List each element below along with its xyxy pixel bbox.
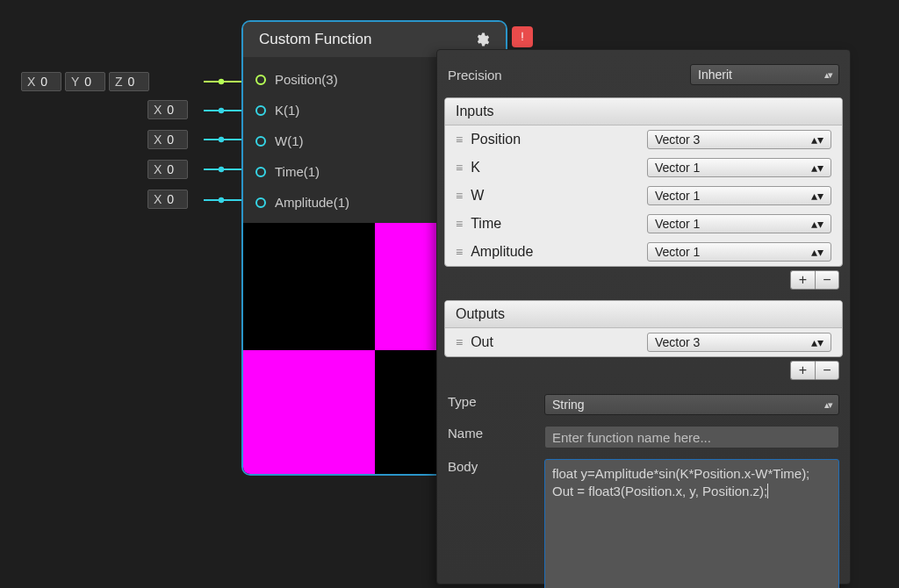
svg-point-4 [219,197,224,203]
inputs-section: Inputs ≡PositionVector 3▴▾ ≡KVector 1▴▾ … [444,97,843,267]
drag-handle-icon[interactable]: ≡ [456,335,462,349]
input-row[interactable]: ≡AmplitudeVector 1▴▾ [445,238,842,266]
svg-point-1 [219,108,224,113]
input-row-amplitude: X0 [147,190,188,209]
port-in-amplitude[interactable] [255,197,266,208]
port-label: Time(1) [275,164,320,179]
precision-label: Precision [448,68,532,82]
ext-z0[interactable]: Z0 [109,72,149,91]
type-dropdown[interactable]: Vector 1▴▾ [647,158,831,177]
add-output-button[interactable]: + [790,361,815,380]
body-textarea[interactable]: float y=Amplitude*sin(K*Position.x-W*Tim… [544,459,839,588]
type-label: Type [448,394,544,409]
ext-amplitude[interactable]: X0 [147,190,188,209]
type-dropdown[interactable]: Vector 1▴▾ [647,214,831,233]
remove-input-button[interactable]: − [815,270,839,290]
add-input-button[interactable]: + [790,270,815,290]
port-label: Amplitude(1) [275,195,349,210]
input-row[interactable]: ≡PositionVector 3▴▾ [445,125,842,154]
inspector-panel: Precision Inherit ▴▾ Inputs ≡PositionVec… [436,49,851,584]
drag-handle-icon[interactable]: ≡ [456,161,462,175]
gear-icon[interactable] [474,32,490,47]
ext-y0[interactable]: Y0 [65,72,105,91]
svg-point-3 [219,167,224,172]
input-row-w: X0 [147,130,188,149]
drag-handle-icon[interactable]: ≡ [456,245,462,259]
ext-x0[interactable]: X0 [21,72,61,91]
svg-point-2 [219,137,224,142]
inputs-header: Inputs [445,98,842,125]
input-row-position: X0 Y0 Z0 [21,72,149,91]
name-label: Name [448,426,544,441]
outputs-section: Outputs ≡OutVector 3▴▾ [444,300,843,357]
node-title: Custom Function [259,31,372,48]
port-label: W(1) [275,133,304,148]
chevron-updown-icon: ▴▾ [824,399,831,411]
drag-handle-icon[interactable]: ≡ [456,217,462,231]
port-label: K(1) [275,103,299,118]
type-dropdown[interactable]: String ▴▾ [544,394,839,415]
input-row-time: X0 [147,160,188,179]
type-dropdown[interactable]: Vector 1▴▾ [647,242,831,262]
name-input[interactable]: Enter function name here... [544,426,839,448]
type-dropdown[interactable]: Vector 3▴▾ [647,130,831,149]
ext-w[interactable]: X0 [147,130,188,149]
warning-icon[interactable] [512,26,533,47]
drag-handle-icon[interactable]: ≡ [456,189,462,203]
type-dropdown[interactable]: Vector 1▴▾ [647,186,831,205]
svg-point-0 [219,79,224,84]
outputs-header: Outputs [445,301,842,328]
body-label: Body [448,459,544,474]
port-label: Position(3) [275,72,338,87]
input-row[interactable]: ≡WVector 1▴▾ [445,182,842,210]
output-row[interactable]: ≡OutVector 3▴▾ [445,328,842,356]
input-row[interactable]: ≡KVector 1▴▾ [445,154,842,182]
chevron-updown-icon: ▴▾ [824,69,831,81]
input-row[interactable]: ≡TimeVector 1▴▾ [445,210,842,238]
port-in-position[interactable] [255,75,266,85]
port-in-time[interactable] [255,167,266,177]
port-in-w[interactable] [255,136,266,147]
remove-output-button[interactable]: − [815,361,839,380]
type-dropdown[interactable]: Vector 3▴▾ [647,333,831,352]
ext-k[interactable]: X0 [147,100,188,119]
ext-time[interactable]: X0 [147,160,188,179]
port-in-k[interactable] [255,105,266,116]
precision-dropdown[interactable]: Inherit ▴▾ [690,64,839,85]
input-row-k: X0 [147,100,188,119]
drag-handle-icon[interactable]: ≡ [456,133,462,147]
